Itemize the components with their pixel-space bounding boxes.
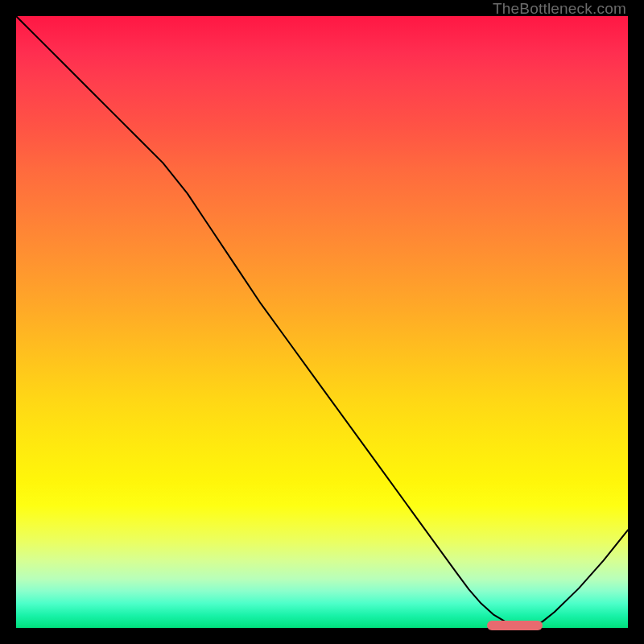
optimal-range-marker xyxy=(487,621,542,630)
curve-layer xyxy=(16,16,628,628)
bottleneck-curve xyxy=(16,16,628,625)
plot-area xyxy=(16,16,628,628)
watermark-text: TheBottleneck.com xyxy=(493,0,626,18)
chart-frame: TheBottleneck.com xyxy=(0,0,644,644)
